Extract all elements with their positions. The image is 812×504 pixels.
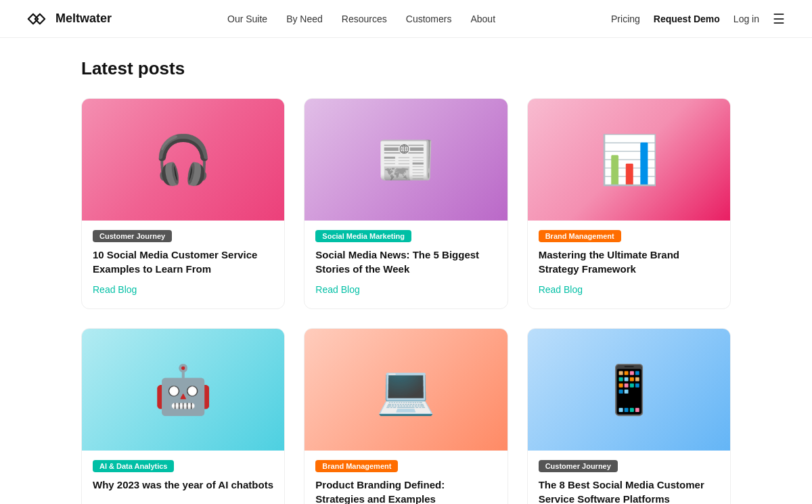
blog-card: 📰 Social Media Marketing Social Media Ne… — [304, 98, 508, 309]
card-title-3: Why 2023 was the year of AI chatbots — [93, 478, 273, 504]
card-title-2: Mastering the Ultimate Brand Strategy Fr… — [539, 248, 719, 276]
main-content: Latest posts 🎧 Customer Journey 10 Socia… — [68, 38, 744, 504]
card-title-1: Social Media News: The 5 Biggest Stories… — [315, 248, 496, 276]
card-image-2: 📊 — [528, 99, 730, 221]
card-tag-0: Customer Journey — [93, 230, 172, 242]
nav-resources[interactable]: Resources — [342, 14, 387, 24]
card-illustration-4: 💻 — [376, 362, 435, 417]
read-blog-link-1[interactable]: Read Blog — [315, 284, 496, 295]
nav-pricing[interactable]: Pricing — [611, 14, 640, 24]
nav-by-need[interactable]: By Need — [286, 14, 323, 24]
card-title-0: 10 Social Media Customer Service Example… — [93, 248, 273, 276]
nav-right-links: Pricing Request Demo Log in ☰ — [611, 11, 785, 27]
card-tag-2: Brand Management — [539, 230, 621, 242]
card-title-5: The 8 Best Social Media Customer Service… — [539, 478, 719, 504]
read-blog-link-2[interactable]: Read Blog — [539, 284, 719, 295]
card-body-5: Customer Journey The 8 Best Social Media… — [528, 451, 730, 504]
section-title: Latest posts — [81, 58, 731, 79]
navbar: Meltwater Our Suite By Need Resources Cu… — [0, 0, 812, 38]
card-image-5: 📱 — [528, 329, 730, 451]
card-image-1: 📰 — [304, 99, 507, 221]
card-illustration-5: 📱 — [600, 362, 658, 417]
card-tag-3: AI & Data Analytics — [93, 460, 174, 472]
card-body-3: AI & Data Analytics Why 2023 was the yea… — [82, 451, 284, 504]
card-body-1: Social Media Marketing Social Media News… — [304, 221, 507, 308]
blog-card: 📊 Brand Management Mastering the Ultimat… — [527, 98, 731, 309]
card-title-4: Product Branding Defined: Strategies and… — [315, 478, 496, 504]
card-image-0: 🎧 — [82, 99, 284, 221]
nav-request-demo[interactable]: Request Demo — [654, 14, 720, 24]
card-body-2: Brand Management Mastering the Ultimate … — [528, 221, 730, 308]
blog-card: 🤖 AI & Data Analytics Why 2023 was the y… — [81, 328, 285, 504]
card-tag-4: Brand Management — [315, 460, 398, 472]
card-tag-1: Social Media Marketing — [315, 230, 411, 242]
nav-about[interactable]: About — [470, 14, 495, 24]
nav-customers[interactable]: Customers — [406, 14, 452, 24]
nav-login[interactable]: Log in — [734, 14, 759, 24]
logo-text: Meltwater — [55, 12, 112, 26]
logo-icon — [27, 12, 51, 26]
card-body-0: Customer Journey 10 Social Media Custome… — [82, 221, 284, 308]
blog-card: 📱 Customer Journey The 8 Best Social Med… — [527, 328, 731, 504]
card-illustration-1: 📰 — [376, 132, 435, 187]
blog-card: 💻 Brand Management Product Branding Defi… — [304, 328, 508, 504]
blog-card: 🎧 Customer Journey 10 Social Media Custo… — [81, 98, 285, 309]
card-body-4: Brand Management Product Branding Define… — [304, 451, 507, 504]
hamburger-menu-icon[interactable]: ☰ — [773, 11, 785, 27]
card-illustration-0: 🎧 — [154, 132, 212, 187]
card-tag-5: Customer Journey — [539, 460, 618, 472]
read-blog-link-0[interactable]: Read Blog — [93, 284, 273, 295]
nav-our-suite[interactable]: Our Suite — [227, 14, 267, 24]
nav-center-links: Our Suite By Need Resources Customers Ab… — [227, 14, 495, 24]
card-image-4: 💻 — [304, 329, 507, 451]
logo[interactable]: Meltwater — [27, 12, 112, 26]
card-illustration-2: 📊 — [600, 132, 658, 187]
blog-grid: 🎧 Customer Journey 10 Social Media Custo… — [81, 98, 731, 504]
card-image-3: 🤖 — [82, 329, 284, 451]
card-illustration-3: 🤖 — [154, 362, 212, 417]
